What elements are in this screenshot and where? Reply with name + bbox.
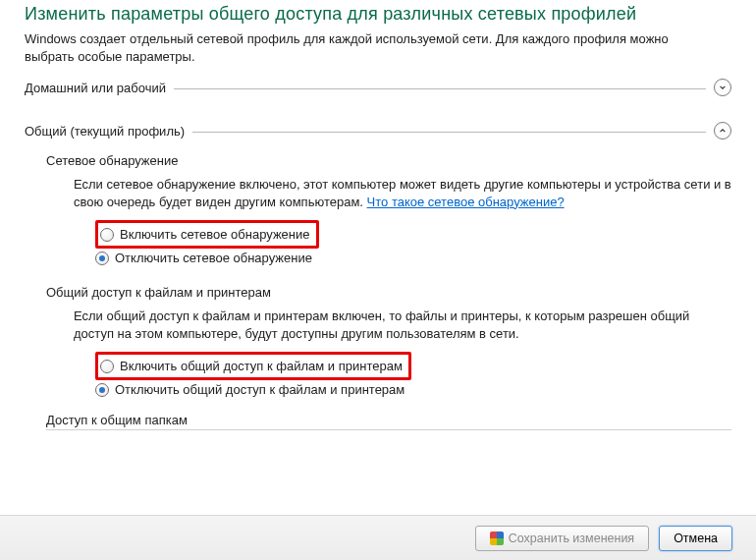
radio-enable-discovery[interactable]: Включить сетевое обнаружение	[100, 227, 310, 242]
save-button-label: Сохранить изменения	[509, 532, 634, 545]
radio-enable-discovery-label: Включить сетевое обнаружение	[120, 227, 310, 242]
radio-icon	[95, 383, 109, 397]
profile-home-divider	[174, 88, 706, 89]
profile-public-divider	[192, 132, 706, 133]
radio-icon	[100, 228, 114, 242]
radio-enable-sharing[interactable]: Включить общий доступ к файлам и принтер…	[100, 359, 403, 373]
profile-home-row[interactable]: Домашний или рабочий	[25, 79, 731, 96]
public-folders-heading: Доступ к общим папкам	[46, 413, 731, 427]
shield-icon	[490, 532, 504, 545]
highlight-enable-discovery: Включить сетевое обнаружение	[95, 220, 319, 249]
file-printer-radio-group: Включить общий доступ к файлам и принтер…	[74, 352, 731, 397]
public-folders-divider	[46, 429, 731, 430]
save-button[interactable]: Сохранить изменения	[475, 526, 649, 551]
page-subtitle: Windows создает отдельный сетевой профил…	[25, 30, 712, 65]
radio-disable-sharing[interactable]: Отключить общий доступ к файлам и принте…	[95, 382, 731, 397]
radio-enable-sharing-label: Включить общий доступ к файлам и принтер…	[120, 359, 403, 373]
profile-public-label: Общий (текущий профиль)	[25, 124, 185, 139]
chevron-down-icon[interactable]	[714, 79, 731, 96]
page-title: Изменить параметры общего доступа для ра…	[25, 4, 731, 25]
chevron-up-icon[interactable]	[714, 122, 731, 140]
network-discovery-radio-group: Включить сетевое обнаружение Отключить с…	[74, 220, 731, 265]
dialog-footer: Сохранить изменения Отмена	[0, 515, 756, 560]
file-printer-heading: Общий доступ к файлам и принтерам	[46, 285, 731, 300]
profile-public-row[interactable]: Общий (текущий профиль)	[25, 122, 731, 140]
network-discovery-heading: Сетевое обнаружение	[46, 153, 731, 168]
radio-icon	[100, 360, 114, 373]
radio-icon	[95, 252, 109, 265]
cancel-button[interactable]: Отмена	[659, 526, 732, 551]
what-is-network-discovery-link[interactable]: Что такое сетевое обнаружение?	[367, 195, 565, 209]
network-discovery-desc: Если сетевое обнаружение включено, этот …	[74, 176, 731, 210]
cancel-button-label: Отмена	[674, 532, 718, 545]
profile-home-label: Домашний или рабочий	[25, 81, 166, 95]
highlight-enable-sharing: Включить общий доступ к файлам и принтер…	[95, 352, 411, 380]
radio-disable-sharing-label: Отключить общий доступ к файлам и принте…	[115, 382, 405, 397]
radio-disable-discovery[interactable]: Отключить сетевое обнаружение	[95, 251, 731, 265]
radio-disable-discovery-label: Отключить сетевое обнаружение	[115, 251, 312, 265]
file-printer-desc: Если общий доступ к файлам и принтерам в…	[74, 308, 731, 342]
